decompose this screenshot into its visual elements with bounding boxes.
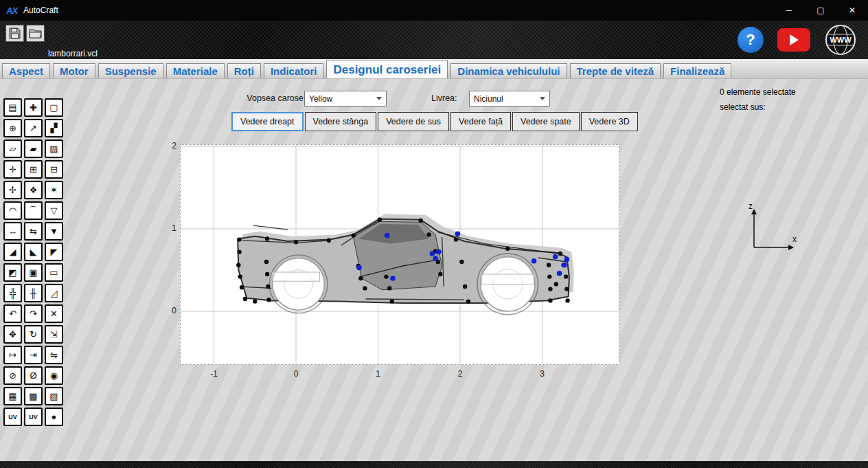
view-button-stanga[interactable]: Vedere stânga bbox=[305, 112, 377, 131]
tool-mirror-diagonal[interactable]: ✶ bbox=[45, 181, 63, 199]
tab-trepte-de-viteza[interactable]: Trepte de viteză bbox=[570, 63, 661, 78]
tool-surface-fill[interactable]: ▰ bbox=[24, 140, 43, 158]
livery-dropdown-value: Niciunul bbox=[474, 94, 503, 104]
tool-section-vertical[interactable]: ╫ bbox=[24, 284, 43, 302]
tool-flip-vertical[interactable]: ▽ bbox=[45, 201, 63, 220]
tool-hide[interactable]: ⊘ bbox=[3, 366, 22, 385]
app-window: AX AutoCraft ─ ▢ ✕ lambor bbox=[0, 0, 868, 468]
tab-materiale[interactable]: Materiale bbox=[166, 63, 225, 78]
youtube-button[interactable] bbox=[777, 28, 810, 52]
tool-paste-special[interactable]: ▧ bbox=[45, 387, 63, 405]
tool-arc-up[interactable]: ◠ bbox=[3, 201, 22, 220]
website-button[interactable]: WWW bbox=[824, 23, 857, 56]
selection-count: 0 elemente selectate bbox=[720, 85, 796, 100]
tool-scale[interactable]: ⇲ bbox=[45, 325, 63, 344]
livery-label: Livrea: bbox=[431, 93, 457, 103]
tool-new-file[interactable]: ▤ bbox=[3, 98, 22, 117]
livery-dropdown[interactable]: Niciunul bbox=[469, 91, 550, 107]
tab-roti[interactable]: Roți bbox=[227, 63, 261, 78]
tab-bar: AspectMotorSuspensieMaterialeRoțiIndicat… bbox=[0, 59, 868, 79]
tool-grid[interactable]: ⊞ bbox=[24, 160, 43, 179]
tool-fill-corner[interactable]: ◩ bbox=[3, 263, 22, 282]
tool-corner-triangle[interactable]: ◿ bbox=[45, 284, 63, 302]
tool-skew-up[interactable]: ◤ bbox=[45, 243, 63, 261]
paint-dropdown[interactable]: Yellow bbox=[304, 91, 387, 107]
tool-hide-alt[interactable]: Ø bbox=[24, 366, 43, 385]
minimize-button[interactable]: ─ bbox=[773, 0, 805, 21]
tab-motor[interactable]: Motor bbox=[53, 63, 95, 78]
tool-section-cross[interactable]: ╬ bbox=[3, 284, 22, 302]
tool-fill-rect[interactable]: ▭ bbox=[45, 263, 63, 282]
tool-extend[interactable]: ↦ bbox=[3, 346, 22, 364]
dropdown-chevron-icon bbox=[376, 97, 382, 100]
x-tick-label: -1 bbox=[203, 369, 226, 379]
view-button-de-sus[interactable]: Vedere de sus bbox=[378, 112, 449, 131]
tool-skew-right[interactable]: ◢ bbox=[3, 243, 22, 261]
tool-render[interactable]: ● bbox=[45, 408, 63, 426]
globe-icon: WWW bbox=[824, 23, 857, 56]
tool-copy-grid[interactable]: ▦ bbox=[3, 387, 22, 405]
tool-add-part[interactable]: ✚ bbox=[24, 98, 43, 117]
z-axis-label: z bbox=[749, 201, 753, 211]
tool-arc-flat[interactable]: ⌒ bbox=[24, 201, 43, 220]
app-logo-icon: AX bbox=[6, 5, 17, 16]
tool-redo[interactable]: ↷ bbox=[24, 304, 43, 323]
tab-finalizeaza[interactable]: Finalizează bbox=[663, 63, 731, 78]
open-button[interactable] bbox=[26, 25, 45, 42]
tool-exchange[interactable]: ⇆ bbox=[24, 222, 43, 241]
tool-split-grid[interactable]: ⊟ bbox=[45, 160, 63, 179]
tool-show[interactable]: ◉ bbox=[45, 366, 63, 385]
view-button-fata[interactable]: Vedere față bbox=[450, 112, 511, 131]
tool-move-point[interactable]: ↗ bbox=[24, 119, 43, 137]
tool-undo[interactable]: ↶ bbox=[3, 304, 22, 323]
tool-fill-center[interactable]: ▣ bbox=[24, 263, 43, 282]
save-icon bbox=[9, 27, 21, 39]
help-button[interactable]: ? bbox=[738, 27, 764, 53]
maximize-button[interactable]: ▢ bbox=[805, 0, 836, 21]
tool-uv-vehicle[interactable]: UV bbox=[24, 408, 43, 426]
x-tick-label: 0 bbox=[284, 369, 308, 379]
tab-designul-caroseriei[interactable]: Designul caroseriei bbox=[326, 60, 448, 78]
dropdown-chevron-icon bbox=[540, 97, 545, 100]
tool-copy[interactable]: ▩ bbox=[24, 387, 43, 405]
selection-label: selectat sus: bbox=[720, 100, 796, 115]
tool-surface[interactable]: ▱ bbox=[3, 140, 22, 158]
tool-span[interactable]: ⇋ bbox=[45, 346, 63, 364]
tool-insert[interactable]: ⇥ bbox=[24, 346, 43, 364]
tool-mirror-horizontal[interactable]: ✢ bbox=[3, 181, 22, 199]
car-side-view-drawing[interactable] bbox=[181, 145, 620, 366]
tab-indicatori[interactable]: Indicatori bbox=[264, 63, 324, 78]
tool-surface-shear[interactable]: ▨ bbox=[45, 140, 63, 158]
current-filename: lamborrari.vcl bbox=[48, 49, 98, 58]
x-axis-label: x bbox=[792, 234, 797, 244]
view-button-3d[interactable]: Vedere 3D bbox=[581, 112, 638, 131]
tool-width[interactable]: ↔ bbox=[3, 222, 22, 241]
axis-indicator: z x bbox=[740, 201, 802, 263]
view-button-spate[interactable]: Vedere spate bbox=[512, 112, 580, 131]
tool-uv-map[interactable]: UV bbox=[3, 408, 22, 426]
tab-aspect[interactable]: Aspect bbox=[2, 63, 50, 78]
design-canvas[interactable]: 012-10123 bbox=[180, 144, 619, 365]
tool-rotate[interactable]: ↻ bbox=[24, 325, 43, 344]
tool-delete[interactable]: ✕ bbox=[45, 304, 63, 323]
tool-edit-points[interactable]: ▞ bbox=[45, 119, 63, 137]
tool-move[interactable]: ✥ bbox=[3, 325, 22, 344]
view-buttons: Vedere dreaptVedere stângaVedere de susV… bbox=[231, 112, 638, 131]
save-button[interactable] bbox=[5, 25, 24, 42]
tool-add-point[interactable]: ⊕ bbox=[3, 119, 22, 137]
tool-fit-view[interactable]: ▢ bbox=[45, 98, 63, 117]
view-button-dreapta[interactable]: Vedere dreapt bbox=[231, 112, 304, 131]
x-tick-label: 2 bbox=[448, 369, 472, 379]
tool-join-points[interactable]: ✛ bbox=[3, 160, 22, 179]
selection-info: 0 elemente selectate selectat sus: bbox=[720, 85, 796, 115]
paint-dropdown-value: Yellow bbox=[309, 94, 332, 104]
tool-skew-left[interactable]: ◣ bbox=[24, 243, 43, 261]
tool-mirror-both[interactable]: ❖ bbox=[24, 181, 43, 199]
tab-dinamica-vehiculului[interactable]: Dinamica vehiculului bbox=[450, 63, 567, 78]
main-content: ▤✚▢⊕↗▞▱▰▨✛⊞⊟✢❖✶◠⌒▽↔⇆▼◢◣◤◩▣▭╬╫◿↶↷✕✥↻⇲↦⇥⇋⊘… bbox=[0, 79, 868, 461]
tab-suspensie[interactable]: Suspensie bbox=[98, 63, 163, 78]
window-title: AutoCraft bbox=[23, 5, 58, 15]
close-button[interactable]: ✕ bbox=[836, 0, 868, 21]
tool-taper[interactable]: ▼ bbox=[45, 222, 63, 241]
svg-text:WWW: WWW bbox=[830, 36, 852, 44]
